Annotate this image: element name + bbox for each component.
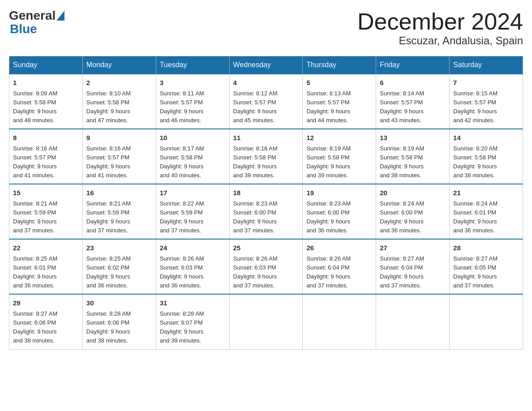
calendar-cell: 2Sunrise: 8:10 AMSunset: 5:58 PMDaylight… (82, 74, 156, 129)
day-number: 21 (453, 188, 519, 198)
day-number: 11 (233, 133, 299, 143)
header: General Blue December 2024 Escuzar, Anda… (9, 9, 523, 47)
day-number: 23 (86, 243, 152, 253)
calendar-cell: 30Sunrise: 8:28 AMSunset: 6:06 PMDayligh… (82, 294, 156, 349)
day-info: Sunrise: 8:22 AMSunset: 5:59 PMDaylight:… (160, 199, 226, 235)
calendar-cell: 11Sunrise: 8:18 AMSunset: 5:58 PMDayligh… (229, 129, 303, 184)
logo-general-text: General (9, 9, 56, 23)
header-monday: Monday (82, 56, 156, 74)
header-tuesday: Tuesday (156, 56, 229, 74)
day-info: Sunrise: 8:27 AMSunset: 6:04 PMDaylight:… (380, 254, 446, 291)
logo-blue-text: Blue (10, 22, 37, 36)
day-number: 29 (13, 298, 79, 308)
day-info: Sunrise: 8:10 AMSunset: 5:58 PMDaylight:… (86, 89, 152, 125)
calendar-cell: 10Sunrise: 8:17 AMSunset: 5:58 PMDayligh… (156, 129, 229, 184)
calendar-week-row: 1Sunrise: 8:09 AMSunset: 5:58 PMDaylight… (9, 74, 523, 129)
day-info: Sunrise: 8:28 AMSunset: 6:06 PMDaylight:… (86, 309, 152, 346)
day-info: Sunrise: 8:19 AMSunset: 5:58 PMDaylight:… (306, 144, 372, 180)
day-info: Sunrise: 8:19 AMSunset: 5:58 PMDaylight:… (380, 144, 446, 180)
day-number: 13 (380, 133, 446, 143)
day-number: 15 (13, 188, 79, 198)
day-number: 1 (13, 78, 79, 88)
day-info: Sunrise: 8:12 AMSunset: 5:57 PMDaylight:… (233, 89, 299, 125)
day-info: Sunrise: 8:17 AMSunset: 5:58 PMDaylight:… (160, 144, 226, 180)
calendar-cell: 15Sunrise: 8:21 AMSunset: 5:59 PMDayligh… (9, 184, 83, 239)
day-info: Sunrise: 8:24 AMSunset: 6:01 PMDaylight:… (453, 199, 519, 235)
calendar-cell (450, 294, 523, 349)
header-sunday: Sunday (9, 56, 83, 74)
calendar-cell: 7Sunrise: 8:15 AMSunset: 5:57 PMDaylight… (450, 74, 523, 129)
svg-marker-0 (56, 11, 64, 21)
day-info: Sunrise: 8:15 AMSunset: 5:57 PMDaylight:… (453, 89, 519, 125)
day-number: 8 (13, 133, 79, 143)
day-info: Sunrise: 8:16 AMSunset: 5:57 PMDaylight:… (13, 144, 79, 180)
day-info: Sunrise: 8:27 AMSunset: 6:06 PMDaylight:… (13, 309, 79, 346)
calendar-cell: 6Sunrise: 8:14 AMSunset: 5:57 PMDaylight… (376, 74, 450, 129)
day-number: 6 (380, 78, 446, 88)
day-number: 18 (233, 188, 299, 198)
day-number: 4 (233, 78, 299, 88)
day-number: 22 (13, 243, 79, 253)
day-number: 12 (306, 133, 372, 143)
location-title: Escuzar, Andalusia, Spain (357, 34, 523, 47)
calendar-cell: 28Sunrise: 8:27 AMSunset: 6:05 PMDayligh… (450, 239, 523, 294)
calendar-cell (376, 294, 450, 349)
day-info: Sunrise: 8:18 AMSunset: 5:58 PMDaylight:… (233, 144, 299, 180)
calendar-week-row: 15Sunrise: 8:21 AMSunset: 5:59 PMDayligh… (9, 184, 523, 239)
day-info: Sunrise: 8:25 AMSunset: 6:01 PMDaylight:… (13, 254, 79, 291)
calendar-week-row: 8Sunrise: 8:16 AMSunset: 5:57 PMDaylight… (9, 129, 523, 184)
calendar-cell: 31Sunrise: 8:28 AMSunset: 6:07 PMDayligh… (156, 294, 229, 349)
header-wednesday: Wednesday (229, 56, 303, 74)
day-number: 14 (453, 133, 519, 143)
calendar-cell: 17Sunrise: 8:22 AMSunset: 5:59 PMDayligh… (156, 184, 229, 239)
calendar-cell: 14Sunrise: 8:20 AMSunset: 5:58 PMDayligh… (450, 129, 523, 184)
day-number: 25 (233, 243, 299, 253)
day-info: Sunrise: 8:23 AMSunset: 6:00 PMDaylight:… (306, 199, 372, 235)
day-info: Sunrise: 8:16 AMSunset: 5:57 PMDaylight:… (86, 144, 152, 180)
day-info: Sunrise: 8:14 AMSunset: 5:57 PMDaylight:… (380, 89, 446, 125)
day-info: Sunrise: 8:27 AMSunset: 6:05 PMDaylight:… (453, 254, 519, 291)
month-title: December 2024 (357, 9, 523, 34)
calendar-cell: 12Sunrise: 8:19 AMSunset: 5:58 PMDayligh… (303, 129, 376, 184)
title-area: December 2024 Escuzar, Andalusia, Spain (357, 9, 523, 47)
logo-triangle-icon (56, 11, 64, 21)
calendar-cell: 21Sunrise: 8:24 AMSunset: 6:01 PMDayligh… (450, 184, 523, 239)
calendar-cell: 22Sunrise: 8:25 AMSunset: 6:01 PMDayligh… (9, 239, 83, 294)
calendar-cell: 13Sunrise: 8:19 AMSunset: 5:58 PMDayligh… (376, 129, 450, 184)
day-info: Sunrise: 8:26 AMSunset: 6:04 PMDaylight:… (306, 254, 372, 291)
header-saturday: Saturday (450, 56, 523, 74)
day-info: Sunrise: 8:25 AMSunset: 6:02 PMDaylight:… (86, 254, 152, 291)
calendar-cell: 25Sunrise: 8:26 AMSunset: 6:03 PMDayligh… (229, 239, 303, 294)
day-number: 20 (380, 188, 446, 198)
header-thursday: Thursday (303, 56, 376, 74)
calendar-cell (303, 294, 376, 349)
calendar-cell: 8Sunrise: 8:16 AMSunset: 5:57 PMDaylight… (9, 129, 83, 184)
day-info: Sunrise: 8:26 AMSunset: 6:03 PMDaylight:… (160, 254, 226, 291)
day-number: 10 (160, 133, 226, 143)
day-number: 19 (306, 188, 372, 198)
day-info: Sunrise: 8:21 AMSunset: 5:59 PMDaylight:… (13, 199, 79, 235)
calendar-cell: 27Sunrise: 8:27 AMSunset: 6:04 PMDayligh… (376, 239, 450, 294)
day-info: Sunrise: 8:21 AMSunset: 5:59 PMDaylight:… (86, 199, 152, 235)
day-info: Sunrise: 8:13 AMSunset: 5:57 PMDaylight:… (306, 89, 372, 125)
calendar-cell: 9Sunrise: 8:16 AMSunset: 5:57 PMDaylight… (82, 129, 156, 184)
calendar-cell: 3Sunrise: 8:11 AMSunset: 5:57 PMDaylight… (156, 74, 229, 129)
calendar-week-row: 22Sunrise: 8:25 AMSunset: 6:01 PMDayligh… (9, 239, 523, 294)
calendar-week-row: 29Sunrise: 8:27 AMSunset: 6:06 PMDayligh… (9, 294, 523, 349)
day-number: 5 (306, 78, 372, 88)
day-info: Sunrise: 8:26 AMSunset: 6:03 PMDaylight:… (233, 254, 299, 291)
calendar-cell: 24Sunrise: 8:26 AMSunset: 6:03 PMDayligh… (156, 239, 229, 294)
day-number: 17 (160, 188, 226, 198)
day-number: 9 (86, 133, 152, 143)
day-info: Sunrise: 8:20 AMSunset: 5:58 PMDaylight:… (453, 144, 519, 180)
day-number: 24 (160, 243, 226, 253)
calendar-cell: 29Sunrise: 8:27 AMSunset: 6:06 PMDayligh… (9, 294, 83, 349)
calendar-cell: 5Sunrise: 8:13 AMSunset: 5:57 PMDaylight… (303, 74, 376, 129)
day-info: Sunrise: 8:23 AMSunset: 6:00 PMDaylight:… (233, 199, 299, 235)
calendar-cell: 1Sunrise: 8:09 AMSunset: 5:58 PMDaylight… (9, 74, 83, 129)
calendar-cell: 18Sunrise: 8:23 AMSunset: 6:00 PMDayligh… (229, 184, 303, 239)
day-number: 26 (306, 243, 372, 253)
header-friday: Friday (376, 56, 450, 74)
calendar-cell: 23Sunrise: 8:25 AMSunset: 6:02 PMDayligh… (82, 239, 156, 294)
calendar-table: SundayMondayTuesdayWednesdayThursdayFrid… (9, 56, 523, 349)
